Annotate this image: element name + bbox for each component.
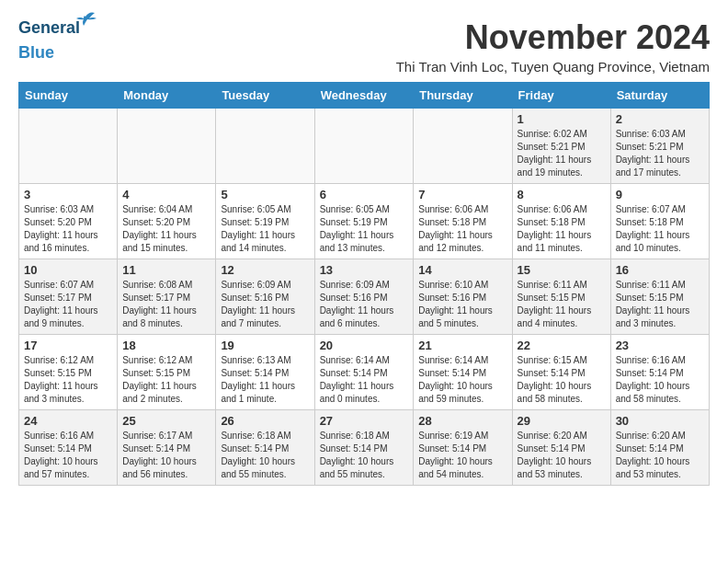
day-info: Sunrise: 6:16 AM Sunset: 5:14 PM Dayligh… bbox=[616, 354, 704, 406]
day-info: Sunrise: 6:14 AM Sunset: 5:14 PM Dayligh… bbox=[320, 354, 409, 406]
logo-bird-icon bbox=[76, 9, 97, 28]
day-info: Sunrise: 6:20 AM Sunset: 5:14 PM Dayligh… bbox=[518, 430, 606, 481]
calendar-cell: 21Sunrise: 6:14 AM Sunset: 5:14 PM Dayli… bbox=[414, 335, 512, 410]
subtitle: Thi Tran Vinh Loc, Tuyen Quang Province,… bbox=[396, 59, 710, 75]
day-number: 24 bbox=[24, 414, 112, 428]
day-info: Sunrise: 6:06 AM Sunset: 5:18 PM Dayligh… bbox=[418, 203, 506, 255]
day-info: Sunrise: 6:02 AM Sunset: 5:21 PM Dayligh… bbox=[518, 128, 606, 179]
calendar-cell: 15Sunrise: 6:11 AM Sunset: 5:15 PM Dayli… bbox=[512, 259, 610, 335]
calendar-cell bbox=[414, 109, 512, 184]
day-number: 16 bbox=[616, 263, 704, 277]
day-number: 25 bbox=[122, 414, 210, 428]
calendar-cell: 6Sunrise: 6:05 AM Sunset: 5:19 PM Daylig… bbox=[314, 184, 414, 259]
month-title: November 2024 bbox=[396, 18, 710, 57]
day-info: Sunrise: 6:09 AM Sunset: 5:16 PM Dayligh… bbox=[221, 279, 309, 330]
day-number: 22 bbox=[518, 339, 606, 352]
day-info: Sunrise: 6:20 AM Sunset: 5:14 PM Dayligh… bbox=[616, 430, 704, 481]
day-number: 15 bbox=[518, 263, 606, 277]
day-number: 2 bbox=[616, 112, 704, 126]
calendar-header-row: SundayMondayTuesdayWednesdayThursdayFrid… bbox=[19, 83, 710, 109]
header-monday: Monday bbox=[118, 83, 216, 109]
day-number: 14 bbox=[418, 263, 506, 277]
calendar-cell bbox=[314, 109, 414, 184]
logo-general: General bbox=[18, 18, 80, 37]
calendar-cell bbox=[216, 109, 314, 184]
day-info: Sunrise: 6:14 AM Sunset: 5:14 PM Dayligh… bbox=[418, 354, 506, 406]
calendar-table: SundayMondayTuesdayWednesdayThursdayFrid… bbox=[18, 82, 710, 486]
page-header: General Blue November 2024 Thi Tran Vinh… bbox=[18, 18, 710, 75]
day-info: Sunrise: 6:04 AM Sunset: 5:20 PM Dayligh… bbox=[122, 203, 210, 255]
day-number: 21 bbox=[418, 339, 506, 352]
day-info: Sunrise: 6:11 AM Sunset: 5:15 PM Dayligh… bbox=[518, 279, 606, 330]
day-number: 18 bbox=[122, 339, 210, 352]
day-number: 6 bbox=[320, 188, 409, 201]
calendar-cell: 25Sunrise: 6:17 AM Sunset: 5:14 PM Dayli… bbox=[118, 410, 216, 486]
calendar-cell: 1Sunrise: 6:02 AM Sunset: 5:21 PM Daylig… bbox=[512, 109, 610, 184]
calendar-week-row: 1Sunrise: 6:02 AM Sunset: 5:21 PM Daylig… bbox=[19, 109, 710, 184]
day-info: Sunrise: 6:05 AM Sunset: 5:19 PM Dayligh… bbox=[221, 203, 309, 255]
calendar-cell: 17Sunrise: 6:12 AM Sunset: 5:15 PM Dayli… bbox=[19, 335, 118, 410]
calendar-cell: 11Sunrise: 6:08 AM Sunset: 5:17 PM Dayli… bbox=[118, 259, 216, 335]
day-number: 3 bbox=[24, 188, 112, 201]
header-tuesday: Tuesday bbox=[216, 83, 314, 109]
calendar-week-row: 10Sunrise: 6:07 AM Sunset: 5:17 PM Dayli… bbox=[19, 259, 710, 335]
calendar-cell: 20Sunrise: 6:14 AM Sunset: 5:14 PM Dayli… bbox=[314, 335, 414, 410]
day-number: 9 bbox=[616, 188, 704, 201]
calendar-cell: 12Sunrise: 6:09 AM Sunset: 5:16 PM Dayli… bbox=[216, 259, 314, 335]
day-info: Sunrise: 6:08 AM Sunset: 5:17 PM Dayligh… bbox=[122, 279, 210, 330]
header-wednesday: Wednesday bbox=[314, 83, 414, 109]
calendar-cell: 26Sunrise: 6:18 AM Sunset: 5:14 PM Dayli… bbox=[216, 410, 314, 486]
day-info: Sunrise: 6:11 AM Sunset: 5:15 PM Dayligh… bbox=[616, 279, 704, 330]
header-friday: Friday bbox=[512, 83, 610, 109]
calendar-week-row: 24Sunrise: 6:16 AM Sunset: 5:14 PM Dayli… bbox=[19, 410, 710, 486]
title-block: November 2024 Thi Tran Vinh Loc, Tuyen Q… bbox=[396, 18, 710, 75]
calendar-cell: 19Sunrise: 6:13 AM Sunset: 5:14 PM Dayli… bbox=[216, 335, 314, 410]
calendar-cell: 22Sunrise: 6:15 AM Sunset: 5:14 PM Dayli… bbox=[512, 335, 610, 410]
calendar-cell: 10Sunrise: 6:07 AM Sunset: 5:17 PM Dayli… bbox=[19, 259, 118, 335]
day-number: 20 bbox=[320, 339, 409, 352]
calendar-cell: 28Sunrise: 6:19 AM Sunset: 5:14 PM Dayli… bbox=[414, 410, 512, 486]
calendar-cell: 2Sunrise: 6:03 AM Sunset: 5:21 PM Daylig… bbox=[610, 109, 709, 184]
calendar-cell: 4Sunrise: 6:04 AM Sunset: 5:20 PM Daylig… bbox=[118, 184, 216, 259]
calendar-cell: 29Sunrise: 6:20 AM Sunset: 5:14 PM Dayli… bbox=[512, 410, 610, 486]
calendar-cell: 5Sunrise: 6:05 AM Sunset: 5:19 PM Daylig… bbox=[216, 184, 314, 259]
calendar-cell: 27Sunrise: 6:18 AM Sunset: 5:14 PM Dayli… bbox=[314, 410, 414, 486]
day-info: Sunrise: 6:05 AM Sunset: 5:19 PM Dayligh… bbox=[320, 203, 409, 255]
calendar-cell bbox=[19, 109, 118, 184]
day-number: 8 bbox=[518, 188, 606, 201]
header-sunday: Sunday bbox=[19, 83, 118, 109]
day-number: 26 bbox=[221, 414, 309, 428]
calendar-cell: 24Sunrise: 6:16 AM Sunset: 5:14 PM Dayli… bbox=[19, 410, 118, 486]
day-info: Sunrise: 6:19 AM Sunset: 5:14 PM Dayligh… bbox=[418, 430, 506, 481]
day-info: Sunrise: 6:18 AM Sunset: 5:14 PM Dayligh… bbox=[320, 430, 409, 481]
header-saturday: Saturday bbox=[610, 83, 709, 109]
day-number: 7 bbox=[418, 188, 506, 201]
day-number: 13 bbox=[320, 263, 409, 277]
day-info: Sunrise: 6:09 AM Sunset: 5:16 PM Dayligh… bbox=[320, 279, 409, 330]
day-number: 30 bbox=[616, 414, 704, 428]
day-info: Sunrise: 6:07 AM Sunset: 5:18 PM Dayligh… bbox=[616, 203, 704, 255]
day-number: 17 bbox=[24, 339, 112, 352]
calendar-cell bbox=[118, 109, 216, 184]
header-thursday: Thursday bbox=[414, 83, 512, 109]
calendar-cell: 7Sunrise: 6:06 AM Sunset: 5:18 PM Daylig… bbox=[414, 184, 512, 259]
logo-blue: Blue bbox=[18, 43, 54, 62]
calendar-cell: 23Sunrise: 6:16 AM Sunset: 5:14 PM Dayli… bbox=[610, 335, 709, 410]
day-number: 29 bbox=[518, 414, 606, 428]
calendar-cell: 9Sunrise: 6:07 AM Sunset: 5:18 PM Daylig… bbox=[610, 184, 709, 259]
day-info: Sunrise: 6:13 AM Sunset: 5:14 PM Dayligh… bbox=[221, 354, 309, 406]
day-info: Sunrise: 6:03 AM Sunset: 5:20 PM Dayligh… bbox=[24, 203, 112, 255]
calendar-week-row: 17Sunrise: 6:12 AM Sunset: 5:15 PM Dayli… bbox=[19, 335, 710, 410]
day-info: Sunrise: 6:16 AM Sunset: 5:14 PM Dayligh… bbox=[24, 430, 112, 481]
calendar-cell: 3Sunrise: 6:03 AM Sunset: 5:20 PM Daylig… bbox=[19, 184, 118, 259]
day-number: 10 bbox=[24, 263, 112, 277]
day-info: Sunrise: 6:06 AM Sunset: 5:18 PM Dayligh… bbox=[518, 203, 606, 255]
day-info: Sunrise: 6:18 AM Sunset: 5:14 PM Dayligh… bbox=[221, 430, 309, 481]
day-info: Sunrise: 6:12 AM Sunset: 5:15 PM Dayligh… bbox=[122, 354, 210, 406]
day-number: 28 bbox=[418, 414, 506, 428]
day-number: 27 bbox=[320, 414, 409, 428]
logo: General Blue bbox=[18, 18, 80, 63]
day-number: 12 bbox=[221, 263, 309, 277]
day-number: 1 bbox=[518, 112, 606, 126]
calendar-cell: 8Sunrise: 6:06 AM Sunset: 5:18 PM Daylig… bbox=[512, 184, 610, 259]
